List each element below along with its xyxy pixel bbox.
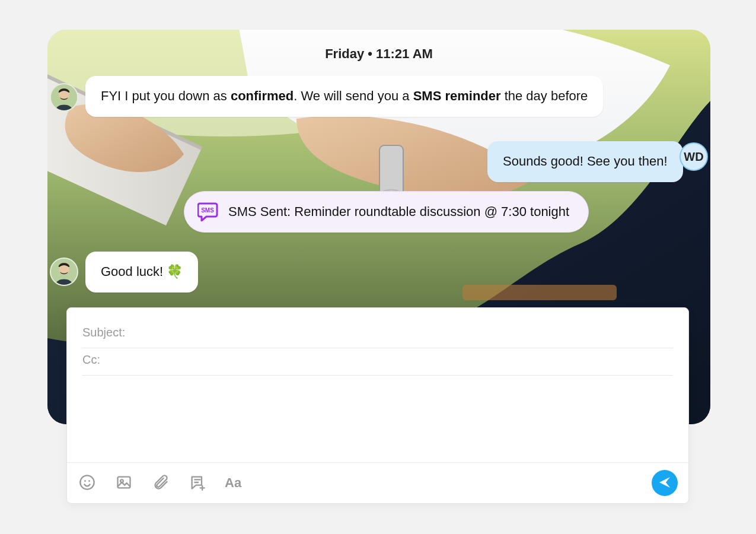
avatar-recipient-wd: WD (680, 142, 708, 171)
subject-label: Subject: (82, 326, 125, 339)
composer-body (67, 376, 688, 462)
app-stage: Friday • 11:21 AM FYI I put you down as … (0, 0, 756, 534)
attachment-button[interactable] (151, 473, 170, 492)
composer-toolbar: Aa (67, 462, 688, 503)
send-button[interactable] (652, 470, 678, 496)
message-bubble-2: Sounds good! See you then! (487, 141, 683, 182)
svg-point-12 (84, 480, 86, 482)
sms-sent-pill: SMS SMS Sent: Reminder roundtable discus… (184, 191, 589, 233)
message-bubble-3: Good luck! 🍀 (85, 252, 198, 293)
cc-label: Cc: (82, 353, 100, 367)
image-button[interactable] (114, 473, 133, 492)
composer-fields: Subject: Cc: (67, 308, 688, 376)
avatar-initials: WD (684, 150, 703, 164)
message-1-text-part2: . We will send you a (294, 88, 413, 103)
emoji-button[interactable] (78, 473, 97, 492)
svg-rect-14 (118, 476, 130, 488)
message-1-text-part1: FYI I put you down as (101, 88, 231, 103)
message-bubble-1: FYI I put you down as confirmed. We will… (85, 76, 603, 117)
message-1-bold-confirmed: confirmed (231, 88, 294, 103)
image-icon (116, 474, 132, 492)
text-format-icon: Aa (225, 475, 241, 490)
subject-row: Subject: (82, 321, 673, 348)
cc-row: Cc: (82, 348, 673, 376)
svg-point-13 (88, 480, 90, 482)
avatar-sender-1 (50, 83, 78, 112)
emoji-icon (79, 474, 95, 492)
cc-input[interactable] (105, 353, 673, 367)
paperclip-icon (152, 474, 169, 492)
note-add-icon (189, 474, 206, 492)
saved-replies-button[interactable] (188, 473, 207, 492)
message-1-bold-sms-reminder: SMS reminder (413, 88, 501, 103)
message-composer: Subject: Cc: (66, 307, 689, 504)
conversation-timestamp: Friday • 11:21 AM (47, 46, 710, 62)
svg-text:SMS: SMS (201, 207, 214, 214)
svg-rect-5 (462, 285, 617, 300)
send-icon (658, 475, 672, 491)
message-3-text: Good luck! 🍀 (101, 264, 183, 279)
svg-point-11 (80, 475, 94, 489)
sms-sent-text: SMS Sent: Reminder roundtable discussion… (228, 204, 569, 220)
message-2-text: Sounds good! See you then! (503, 154, 668, 169)
sms-icon: SMS (197, 202, 219, 221)
message-1-text-part3: the day before (501, 88, 588, 103)
subject-input[interactable] (130, 326, 673, 339)
text-format-button[interactable]: Aa (225, 475, 241, 491)
message-body-input[interactable] (82, 385, 673, 450)
avatar-sender-2 (50, 258, 78, 286)
